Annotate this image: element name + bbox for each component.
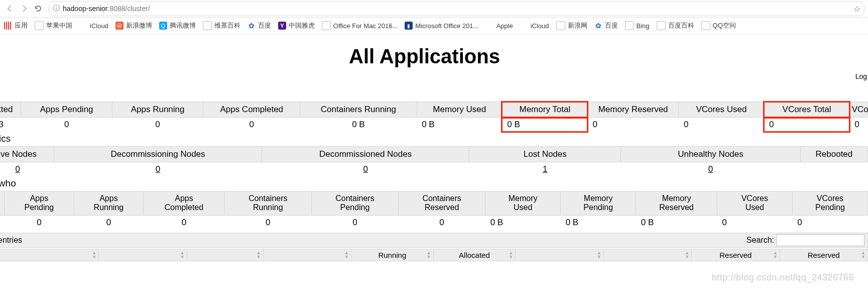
cluster-metrics-value: 0 B (502, 118, 587, 132)
apps-header[interactable]: ▲▼ (516, 249, 603, 261)
bookmark-item[interactable]: ✿百度 (594, 21, 618, 30)
user-metrics-header: VCoresPending (792, 191, 867, 216)
bookmark-item[interactable]: 百度百科 (657, 21, 694, 30)
qq-icon: Q (159, 22, 167, 30)
applications-table: ▲▼▲▼▲▼▲▼Running▲▼Allocated▲▼▲▼▲▼Reserved… (0, 249, 868, 261)
bookmark-item[interactable]: QQ空间 (701, 21, 736, 30)
bookmark-label: Apple (496, 22, 513, 30)
bookmark-item[interactable]: ✿百度 (247, 21, 271, 30)
bookmark-item[interactable]: Office For Mac 2016... (322, 21, 398, 30)
search-input[interactable] (776, 234, 864, 246)
bookmarks-bar: 应用苹果中国iCloudⓦ新浪微博Q腾讯微博维基百科✿百度Y中国雅虎Office… (0, 18, 868, 34)
user-metrics-header: AppsPending (5, 191, 74, 216)
user-metrics-header: MemoryReserved (636, 191, 717, 216)
bookmark-item[interactable]: Bing (625, 21, 650, 30)
page-title: All Applications (0, 45, 868, 68)
nodes-metrics-header: Lost Nodes (469, 147, 621, 162)
user-metrics-value: 0 B (636, 215, 717, 230)
bookmark-item[interactable]: Q腾讯微博 (159, 21, 196, 30)
user-metrics-header: ed (0, 191, 5, 216)
apps-header[interactable]: ▲▼ (187, 249, 263, 261)
logged-in-link[interactable]: Log (855, 72, 867, 80)
sort-icon: ▲▼ (773, 251, 778, 259)
user-metrics-value: 0 (399, 215, 485, 230)
nodes-metrics-value: 0 (262, 162, 469, 177)
back-button[interactable] (3, 2, 17, 16)
cluster-metrics-header: VCores Used (679, 102, 764, 118)
bookmark-label: iCloud (531, 22, 549, 30)
cluster-metrics-header: Memory Total (502, 102, 587, 118)
cluster-metrics-value: 0 B (300, 118, 417, 132)
user-metrics-header: ContainersReserved (399, 191, 485, 216)
bookmark-item[interactable]: 维基百科 (203, 21, 240, 30)
node-count-link[interactable]: 1 (543, 164, 547, 174)
cluster-metrics-header: Apps Running (112, 102, 203, 118)
weibo-icon: ⓦ (115, 22, 123, 30)
reload-button[interactable] (31, 2, 45, 16)
yahoo-icon: Y (278, 22, 286, 30)
bookmark-label: 应用 (15, 21, 28, 30)
cluster-metrics-value: 0 (203, 118, 300, 132)
bookmark-item[interactable]: Y中国雅虎 (278, 21, 315, 30)
sort-icon: ▲▼ (92, 251, 96, 259)
file-icon (625, 21, 634, 30)
user-metrics-value: 0 B (485, 215, 561, 230)
bookmark-item[interactable]: iCloud (79, 22, 108, 30)
bookmark-star-icon[interactable]: ☆ (853, 4, 860, 14)
address-bar[interactable]: ⓘ hadoop-senior:8088/cluster/ ☆ (48, 1, 865, 16)
forward-button[interactable] (17, 2, 31, 16)
bookmark-item[interactable]: 应用 (4, 21, 28, 30)
bookmark-label: iCloud (90, 22, 108, 30)
file-icon (35, 21, 44, 30)
user-metrics-header: MemoryPending (561, 191, 636, 216)
bookmark-label: 维基百科 (214, 21, 240, 30)
user-metrics-value: 0 (792, 215, 867, 230)
datatable-toolbar: ▾ entries Search: (0, 233, 868, 248)
file-icon (657, 21, 666, 30)
bookmark-item[interactable]: ▮Microsoft Office 201... (405, 22, 478, 30)
cluster-metrics-value: 3 (0, 118, 21, 132)
watermark: http://blog.csdn.net/qq_24326765 (712, 272, 854, 283)
cluster-metrics-header: Apps Pending (21, 102, 112, 118)
bookmark-item[interactable]: ⓦ新浪微博 (115, 21, 152, 30)
browser-nav-bar: ⓘ hadoop-senior:8088/cluster/ ☆ (0, 0, 868, 18)
nodes-metrics-header: Decommissioning Nodes (54, 147, 262, 162)
cluster-metrics-header: Containers Running (300, 102, 417, 118)
grid-icon (4, 22, 12, 30)
nodes-metrics-header: Rebooted (800, 147, 867, 162)
user-metrics-header: ContainersPending (311, 191, 398, 216)
apps-header[interactable]: ▲▼ (99, 249, 187, 261)
apps-header[interactable]: Allocated▲▼ (433, 249, 516, 261)
site-info-icon[interactable]: ⓘ (53, 4, 60, 13)
sort-icon: ▲▼ (509, 251, 513, 259)
cluster-metrics-header: VCo (849, 102, 867, 118)
node-count-link[interactable]: 0 (363, 164, 367, 174)
user-metrics-value: 0 (0, 215, 5, 230)
apps-header[interactable]: ▲▼ (603, 249, 691, 261)
bookmark-item[interactable]: Apple (485, 22, 513, 30)
apps-header[interactable]: Running▲▼ (351, 249, 434, 261)
apple-icon (520, 22, 528, 30)
nodes-metrics-heading: des Metrics (0, 132, 868, 146)
cluster-metrics-value: 0 (849, 118, 867, 132)
bookmark-label: Microsoft Office 201... (415, 22, 478, 30)
apps-header[interactable]: Reserved▲▼ (692, 249, 780, 261)
bookmark-item[interactable]: 新浪网 (556, 21, 587, 30)
nodes-metrics-header: ive Nodes (0, 147, 54, 162)
bookmark-label: Office For Mac 2016... (333, 22, 398, 30)
apps-header[interactable]: ▲▼ (0, 249, 99, 261)
node-count-link[interactable]: 0 (156, 164, 160, 174)
search-label: Search: (747, 236, 774, 245)
nodes-metrics-value: 0 (0, 162, 54, 177)
user-metrics-value: 0 (717, 215, 792, 230)
sort-icon: ▲▼ (685, 251, 689, 259)
apps-header[interactable]: ▲▼ (263, 249, 351, 261)
node-count-link[interactable]: 0 (15, 164, 20, 174)
nodes-metrics-value: 0 (54, 162, 262, 177)
node-count-link[interactable]: 0 (708, 164, 713, 174)
user-metrics-value: 0 B (561, 215, 636, 230)
apps-header[interactable]: Reserved▲▼ (780, 249, 867, 261)
bookmark-item[interactable]: 苹果中国 (35, 21, 72, 30)
entries-label: entries (0, 236, 22, 245)
bookmark-item[interactable]: iCloud (520, 22, 549, 30)
